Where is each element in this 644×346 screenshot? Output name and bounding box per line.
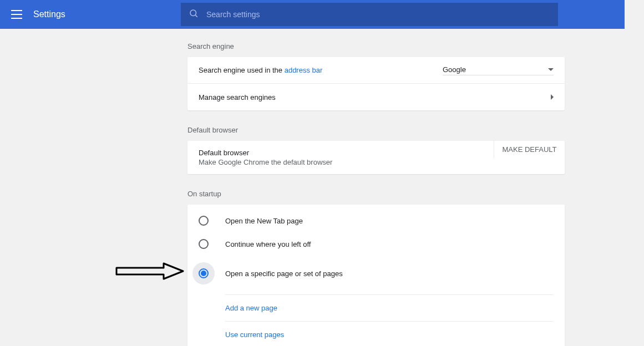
search-engine-prefix: Search engine used in the — [199, 66, 285, 74]
search-engine-card: Search engine used in the address bar Go… — [187, 57, 565, 110]
default-browser-label: Default browser — [199, 149, 483, 157]
search-input[interactable] — [206, 10, 550, 19]
svg-point-0 — [190, 10, 196, 16]
chevron-right-icon — [551, 94, 554, 100]
radio-label: Open a specific page or set of pages — [225, 269, 343, 278]
address-bar-link[interactable]: address bar — [285, 66, 323, 74]
hamburger-menu-icon[interactable] — [11, 10, 22, 19]
default-browser-info: Default browser Make Google Chrome the d… — [187, 141, 494, 174]
make-default-button[interactable]: MAKE DEFAULT — [494, 141, 565, 158]
annotation-arrow-icon — [114, 261, 186, 284]
manage-search-engines-row[interactable]: Manage search engines — [187, 84, 565, 110]
search-engine-dropdown[interactable]: Google — [443, 65, 554, 75]
radio-icon — [199, 239, 209, 249]
manage-search-engines-label: Manage search engines — [199, 93, 276, 101]
search-box[interactable] — [181, 3, 558, 26]
radio-icon-selected — [199, 268, 209, 278]
radio-specific-page[interactable]: Open a specific page or set of pages — [187, 256, 565, 291]
radio-continue[interactable]: Continue where you left off — [187, 232, 565, 256]
radio-icon — [199, 216, 209, 226]
section-title-default-browser: Default browser — [187, 126, 565, 134]
svg-line-1 — [195, 15, 197, 17]
search-icon — [189, 8, 199, 21]
radio-open-new-tab[interactable]: Open the New Tab page — [187, 209, 565, 232]
default-browser-card: Default browser Make Google Chrome the d… — [187, 141, 565, 174]
radio-highlight — [192, 262, 215, 284]
radio-label: Continue where you left off — [225, 240, 311, 248]
search-engine-row[interactable]: Search engine used in the address bar Go… — [187, 57, 565, 84]
on-startup-card: Open the New Tab page Continue where you… — [187, 205, 565, 346]
settings-content: Search engine Search engine used in the … — [187, 42, 565, 346]
header-bar: Settings — [0, 0, 625, 29]
add-new-page-link[interactable]: Add a new page — [225, 295, 554, 322]
page-title: Settings — [33, 9, 65, 19]
use-current-pages-link[interactable]: Use current pages — [225, 322, 554, 346]
section-title-search-engine: Search engine — [187, 42, 565, 50]
chevron-down-icon — [548, 68, 554, 71]
section-title-on-startup: On startup — [187, 190, 565, 198]
search-engine-value: Google — [443, 65, 466, 74]
default-browser-subtext: Make Google Chrome the default browser — [199, 158, 483, 166]
startup-sub-options: Add a new page Use current pages — [225, 294, 554, 346]
search-engine-label: Search engine used in the address bar — [199, 66, 322, 74]
radio-label: Open the New Tab page — [225, 217, 303, 225]
